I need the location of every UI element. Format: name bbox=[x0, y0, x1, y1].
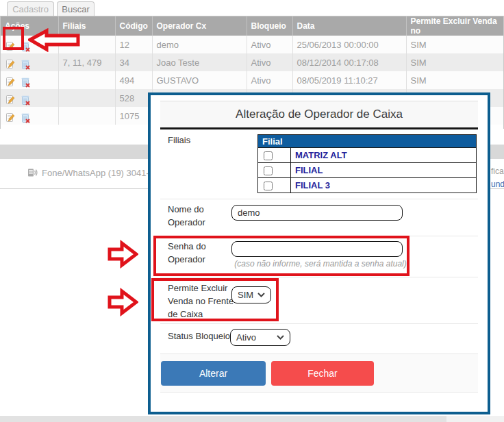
section-divider bbox=[160, 236, 478, 236]
tab-cadastro[interactable]: Cadastro bbox=[7, 1, 54, 16]
cell-codigo: 34 bbox=[115, 53, 152, 71]
section-divider bbox=[160, 353, 478, 354]
annotation-arrow-permite bbox=[107, 288, 138, 316]
fechar-button[interactable]: Fechar bbox=[271, 361, 374, 386]
table-row: 12demoAtivo25/06/2013 00:00:00SIM bbox=[1, 36, 503, 53]
senha-label: Senha do Operador bbox=[168, 240, 223, 266]
bottom-strip-light bbox=[446, 416, 504, 422]
filial-table-header: Filial bbox=[258, 135, 477, 148]
cell-permite: SIM bbox=[406, 71, 503, 89]
title-underline bbox=[160, 127, 478, 129]
filial-row: FILIAL bbox=[258, 163, 477, 178]
cell-bloqueio: Ativo bbox=[247, 71, 292, 89]
col-bloqueio: Bloqueio bbox=[247, 16, 292, 36]
status-label: Status Bloqueio bbox=[168, 330, 230, 343]
cell-codigo: 12 bbox=[115, 36, 152, 53]
cell-codigo: 1075 bbox=[115, 107, 152, 125]
filial-checkbox[interactable] bbox=[264, 182, 273, 190]
edit-icon[interactable] bbox=[5, 41, 16, 52]
row-actions bbox=[5, 55, 58, 70]
row-actions bbox=[5, 109, 58, 123]
edit-icon[interactable] bbox=[5, 95, 16, 106]
tab-buscar[interactable]: Buscar bbox=[57, 1, 94, 16]
row-actions bbox=[5, 91, 58, 106]
phone-icon bbox=[27, 167, 38, 178]
table-row: 494GUSTAVOAtivo08/05/2019 11:10:27SIM bbox=[1, 71, 503, 89]
filial-name[interactable]: FILIAL 3 bbox=[291, 178, 477, 193]
filial-row: MATRIZ ALT bbox=[258, 148, 477, 163]
col-operador: Operador Cx bbox=[152, 16, 247, 36]
section-divider bbox=[160, 392, 478, 393]
col-data: Data bbox=[292, 16, 406, 36]
cell-operador: Joao Teste bbox=[152, 53, 247, 71]
cell-operador: demo bbox=[152, 36, 247, 53]
background-link-fragment[interactable]: und bbox=[491, 179, 504, 189]
filial-row: FILIAL 3 bbox=[258, 178, 477, 193]
cell-bloqueio: Ativo bbox=[247, 36, 292, 53]
background-text-fragment: fica bbox=[491, 166, 504, 176]
filial-name[interactable]: MATRIZ ALT bbox=[291, 148, 477, 163]
col-codigo: Código bbox=[115, 16, 152, 36]
cell-filiais bbox=[58, 71, 115, 89]
cell-permite: SIM bbox=[406, 53, 503, 71]
col-permite: Permite Excluir Venda no bbox=[406, 16, 503, 36]
permite-select[interactable]: SIM bbox=[231, 286, 271, 303]
senha-note: (caso não informe, será mantida a senha … bbox=[227, 259, 414, 269]
section-divider bbox=[160, 199, 478, 199]
senha-input[interactable] bbox=[231, 241, 403, 257]
delete-icon[interactable] bbox=[20, 41, 31, 52]
bottom-strip bbox=[0, 416, 446, 422]
permite-label: Permite Excluir Venda no Frente de Caixa bbox=[168, 282, 242, 321]
tab-bar: Cadastro Buscar bbox=[0, 0, 504, 16]
filial-table: Filial MATRIZ ALTFILIALFILIAL 3 bbox=[257, 134, 477, 193]
nome-label: Nome do Operador bbox=[168, 203, 223, 229]
chevron-down-icon bbox=[277, 335, 284, 340]
col-acoes: Ações bbox=[1, 16, 58, 36]
section-divider bbox=[160, 277, 478, 277]
filial-name[interactable]: FILIAL bbox=[291, 163, 477, 178]
cell-filiais: 7, 11, 479 bbox=[58, 53, 115, 71]
cell-bloqueio: Ativo bbox=[247, 53, 292, 71]
filiais-label: Filiais bbox=[168, 134, 190, 147]
cell-data: 25/06/2013 00:00:00 bbox=[292, 36, 406, 53]
cell-filiais bbox=[58, 107, 115, 125]
cell-filiais bbox=[58, 36, 115, 53]
row-actions bbox=[5, 38, 58, 52]
cell-data: 08/05/2019 11:10:27 bbox=[292, 71, 406, 89]
table-row: 7, 11, 47934Joao TesteAtivo08/12/2014 00… bbox=[1, 53, 503, 71]
permite-select-value: SIM bbox=[238, 290, 253, 300]
edit-icon[interactable] bbox=[5, 112, 16, 123]
cell-permite: SIM bbox=[406, 36, 503, 53]
cell-data: 08/12/2014 00:17:08 bbox=[292, 53, 406, 71]
cell-codigo: 528 bbox=[115, 89, 152, 107]
nome-input[interactable] bbox=[231, 205, 403, 221]
annotation-arrow-senha bbox=[107, 240, 138, 269]
delete-icon[interactable] bbox=[20, 59, 31, 70]
col-filiais: Filiais bbox=[58, 16, 115, 36]
table-header-row: Ações Filiais Código Operador Cx Bloquei… bbox=[1, 16, 503, 36]
chevron-down-icon bbox=[257, 293, 265, 297]
delete-icon[interactable] bbox=[20, 77, 31, 88]
filial-checkbox[interactable] bbox=[264, 166, 273, 175]
edit-icon[interactable] bbox=[5, 77, 16, 88]
cell-codigo: 494 bbox=[115, 71, 152, 89]
section-divider bbox=[160, 323, 478, 324]
alterar-button[interactable]: Alterar bbox=[161, 361, 266, 386]
cell-operador: GUSTAVO bbox=[152, 71, 247, 89]
edit-operator-modal: Alteração de Operador de Caixa Filiais F… bbox=[148, 92, 490, 414]
row-actions bbox=[5, 73, 58, 88]
status-select-value: Ativo bbox=[236, 332, 256, 343]
delete-icon[interactable] bbox=[20, 112, 31, 123]
delete-icon[interactable] bbox=[20, 95, 31, 106]
cell-filiais bbox=[58, 89, 115, 107]
filial-checkbox[interactable] bbox=[264, 151, 273, 160]
modal-title: Alteração de Operador de Caixa bbox=[160, 101, 478, 127]
edit-icon[interactable] bbox=[5, 59, 16, 70]
status-select[interactable]: Ativo bbox=[230, 329, 290, 346]
